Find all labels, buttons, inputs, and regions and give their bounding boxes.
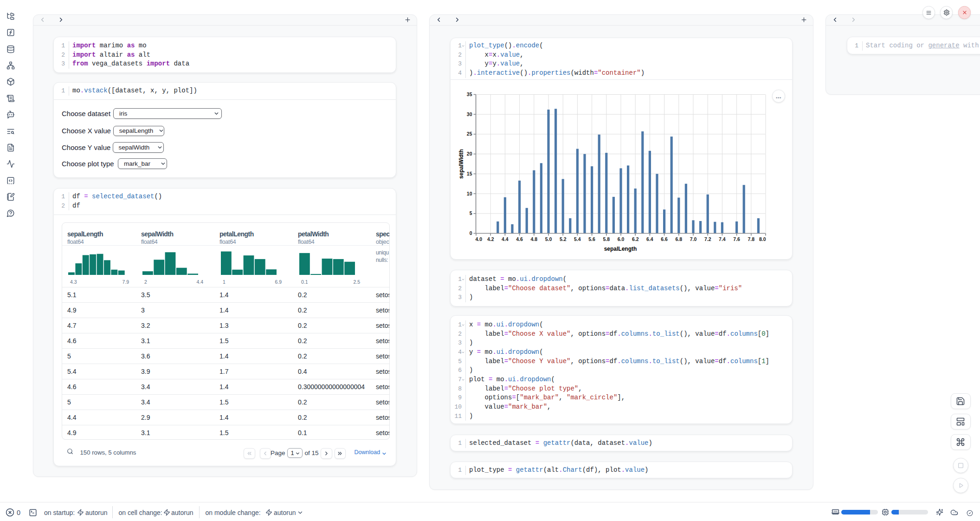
- svg-text:5.8: 5.8: [603, 236, 610, 242]
- svg-text:20: 20: [467, 151, 472, 156]
- svg-text:5.4: 5.4: [574, 236, 581, 242]
- svg-text:7.2: 7.2: [704, 236, 711, 242]
- svg-text:7.0: 7.0: [690, 236, 697, 242]
- svg-text:5: 5: [470, 210, 472, 216]
- svg-text:5.0: 5.0: [545, 236, 552, 242]
- svg-text:4.6: 4.6: [516, 236, 523, 242]
- svg-text:sepalWidth: sepalWidth: [458, 149, 464, 179]
- svg-text:6.0: 6.0: [618, 236, 625, 242]
- svg-text:5.2: 5.2: [560, 236, 567, 242]
- svg-text:6.2: 6.2: [632, 236, 639, 242]
- svg-text:10: 10: [467, 191, 472, 196]
- svg-text:4.8: 4.8: [530, 236, 537, 242]
- svg-text:0: 0: [470, 230, 472, 236]
- svg-text:7.8: 7.8: [748, 236, 754, 242]
- svg-text:4.2: 4.2: [487, 236, 494, 242]
- svg-text:15: 15: [467, 171, 472, 176]
- svg-text:5.6: 5.6: [588, 236, 595, 242]
- svg-text:sepalLength: sepalLength: [604, 246, 637, 252]
- svg-text:6.4: 6.4: [646, 236, 653, 242]
- svg-text:6.8: 6.8: [675, 236, 682, 242]
- svg-text:7.6: 7.6: [733, 236, 740, 242]
- svg-text:25: 25: [467, 131, 472, 137]
- svg-text:7.4: 7.4: [719, 236, 726, 242]
- svg-text:4.0: 4.0: [476, 236, 483, 242]
- svg-text:4.4: 4.4: [502, 236, 509, 242]
- svg-text:35: 35: [467, 91, 472, 97]
- svg-text:6.6: 6.6: [661, 236, 668, 242]
- svg-text:8.0: 8.0: [759, 236, 766, 242]
- svg-text:30: 30: [467, 111, 472, 117]
